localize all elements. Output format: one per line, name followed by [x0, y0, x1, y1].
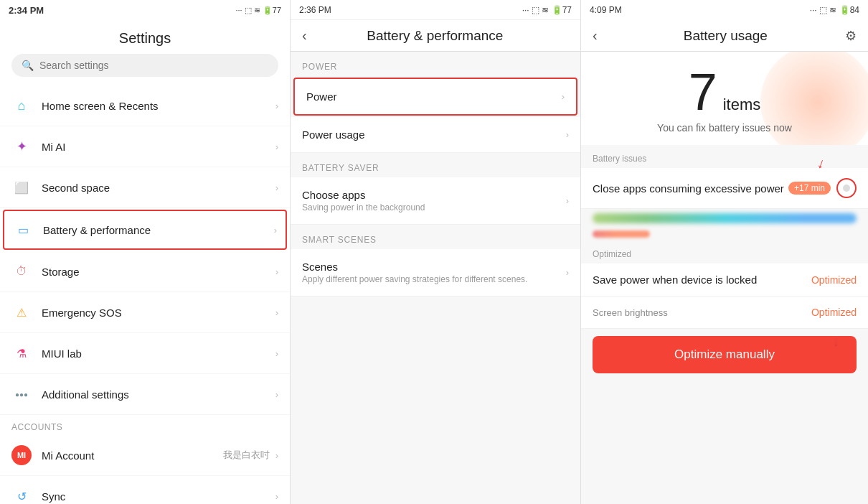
- power-usage-menu-item[interactable]: Power usage ›: [291, 117, 580, 153]
- toggle-circle-inner: [843, 185, 850, 192]
- sync-icon: ↺: [11, 486, 32, 504]
- settings-item-sync[interactable]: ↺ Sync ›: [0, 476, 290, 504]
- screen-brightness-status: Optimized: [811, 307, 857, 318]
- chevron-second-space: ›: [275, 182, 278, 193]
- hero-number: 7: [689, 66, 717, 118]
- mi-logo: MI: [11, 445, 32, 465]
- panel2-title: Battery & performance: [316, 28, 555, 44]
- chevron-miai: ›: [275, 141, 278, 152]
- settings-item-second-space[interactable]: ⬜ Second space ›: [0, 167, 290, 208]
- save-power-title: Save power when device is locked: [593, 274, 811, 286]
- battery-icon: ▭: [13, 220, 33, 240]
- settings-item-emergency[interactable]: ⚠ Emergency SOS ›: [0, 292, 290, 333]
- blurred-bar-1: [593, 213, 857, 223]
- status-icons-1: ··· ⬚ ≋ 🔋77: [235, 6, 281, 15]
- chevron-emergency: ›: [275, 307, 278, 318]
- save-power-status: Optimized: [811, 274, 857, 286]
- search-icon: 🔍: [22, 60, 34, 71]
- settings-list: ⌂ Home screen & Recents › ✦ Mi AI › ⬜ Se…: [0, 85, 290, 504]
- scenes-title: Scenes: [302, 261, 566, 273]
- choose-apps-text: Choose apps Saving power in the backgrou…: [302, 189, 566, 213]
- optimized-section-label: Optimized: [581, 241, 868, 263]
- battery-performance-panel: 2:36 PM ··· ⬚ ≋ 🔋77 ‹ Battery & performa…: [291, 0, 581, 504]
- power-section-header: POWER: [291, 52, 580, 76]
- chevron-additional: ›: [275, 389, 278, 400]
- emergency-label: Emergency SOS: [42, 307, 275, 319]
- arrow-indicator-2: ↓: [832, 333, 839, 350]
- close-apps-text: Close apps consuming excessive power: [593, 182, 788, 195]
- second-space-label: Second space: [42, 182, 275, 194]
- settings-item-storage[interactable]: ⏱ Storage ›: [0, 251, 290, 292]
- chevron-miui: ›: [275, 348, 278, 359]
- screen-brightness-row: Screen brightness Optimized ↓: [581, 297, 868, 329]
- miui-icon: ⚗: [11, 343, 32, 363]
- choose-apps-title: Choose apps: [302, 189, 566, 201]
- back-button-2[interactable]: ‹: [302, 27, 307, 44]
- accounts-item-mi[interactable]: MI Mi Account 我是白衣吋 ›: [0, 435, 290, 476]
- power-usage-text: Power usage: [302, 129, 566, 141]
- additional-icon: ●●●: [11, 384, 32, 404]
- chevron-power: ›: [562, 91, 565, 102]
- home-label: Home screen & Recents: [42, 100, 275, 112]
- search-input[interactable]: [39, 60, 268, 71]
- settings-panel: 2:34 PM ··· ⬚ ≋ 🔋77 Settings 🔍 ⌂ Home sc…: [0, 0, 291, 504]
- gear-icon[interactable]: ⚙: [845, 28, 857, 44]
- search-bar[interactable]: 🔍: [11, 54, 278, 77]
- chevron-power-usage: ›: [566, 129, 569, 140]
- panel3-title: Battery usage: [606, 28, 845, 44]
- settings-item-home[interactable]: ⌂ Home screen & Recents ›: [0, 85, 290, 126]
- scenes-sub: Apply different power saving strategies …: [302, 274, 566, 284]
- screen-brightness-title: Screen brightness: [593, 307, 811, 318]
- scenes-menu-item[interactable]: Scenes Apply different power saving stra…: [291, 249, 580, 297]
- status-bar-1: 2:34 PM ··· ⬚ ≋ 🔋77: [0, 0, 290, 20]
- smart-scenes-header: SMART SCENES: [291, 225, 580, 249]
- power-text: Power: [306, 90, 562, 103]
- back-button-3[interactable]: ‹: [593, 27, 598, 44]
- status-bar-3: 4:09 PM ··· ⬚ ≋ 🔋84: [581, 0, 868, 20]
- home-icon: ⌂: [11, 95, 32, 116]
- choose-apps-sub: Saving power in the background: [302, 202, 566, 213]
- miai-icon: ✦: [11, 136, 32, 157]
- chevron-choose-apps: ›: [566, 195, 569, 206]
- storage-icon: ⏱: [11, 261, 32, 281]
- panel3-header: ‹ Battery usage ⚙: [581, 20, 868, 52]
- save-power-text: Save power when device is locked: [593, 274, 811, 286]
- second-space-icon: ⬜: [11, 177, 32, 197]
- storage-label: Storage: [42, 266, 275, 278]
- settings-item-additional[interactable]: ●●● Additional settings ›: [0, 374, 290, 415]
- hero-items-label: items: [723, 95, 761, 114]
- close-apps-row: Close apps consuming excessive power +17…: [581, 168, 868, 209]
- settings-title: Settings: [0, 20, 290, 54]
- status-icons-2: ··· ⬚ ≋ 🔋77: [522, 5, 572, 15]
- optimize-manually-button[interactable]: Optimize manually: [593, 336, 857, 373]
- chevron-mi: ›: [275, 450, 278, 461]
- emergency-icon: ⚠: [11, 302, 32, 322]
- status-icons-3: ··· ⬚ ≋ 🔋84: [810, 5, 859, 15]
- power-usage-title: Power usage: [302, 129, 566, 141]
- status-bar-2: 2:36 PM ··· ⬚ ≋ 🔋77: [291, 0, 580, 20]
- settings-item-miai[interactable]: ✦ Mi AI ›: [0, 126, 290, 167]
- panel2-header: ‹ Battery & performance: [291, 20, 580, 52]
- settings-item-battery[interactable]: ▭ Battery & performance ›: [3, 210, 287, 250]
- toggle-button[interactable]: [836, 178, 857, 198]
- chevron-storage: ›: [275, 266, 278, 277]
- battery-usage-panel: 4:09 PM ··· ⬚ ≋ 🔋84 ‹ Battery usage ⚙ 7 …: [581, 0, 868, 504]
- battery-saver-header: BATTERY SAVER: [291, 153, 580, 177]
- choose-apps-menu-item[interactable]: Choose apps Saving power in the backgrou…: [291, 177, 580, 225]
- battery-hero: 7 items You can fix battery issues now: [581, 52, 868, 145]
- close-apps-title: Close apps consuming excessive power: [593, 182, 788, 195]
- time-3: 4:09 PM: [590, 5, 622, 15]
- power-title: Power: [306, 90, 562, 103]
- power-menu-item[interactable]: Power ›: [293, 78, 577, 116]
- scenes-text: Scenes Apply different power saving stra…: [302, 261, 566, 284]
- settings-item-miui[interactable]: ⚗ MIUI lab ›: [0, 333, 290, 374]
- issue-badge: +17 min: [788, 182, 831, 195]
- hero-subtitle: You can fix battery issues now: [657, 122, 792, 134]
- accounts-section-label: ACCOUNTS: [0, 415, 290, 435]
- miui-label: MIUI lab: [42, 347, 275, 360]
- additional-label: Additional settings: [42, 388, 275, 401]
- chevron-battery: ›: [274, 225, 277, 235]
- chevron-sync: ›: [275, 491, 278, 502]
- blurred-bar-2: [593, 230, 650, 238]
- screen-brightness-text: Screen brightness: [593, 307, 811, 318]
